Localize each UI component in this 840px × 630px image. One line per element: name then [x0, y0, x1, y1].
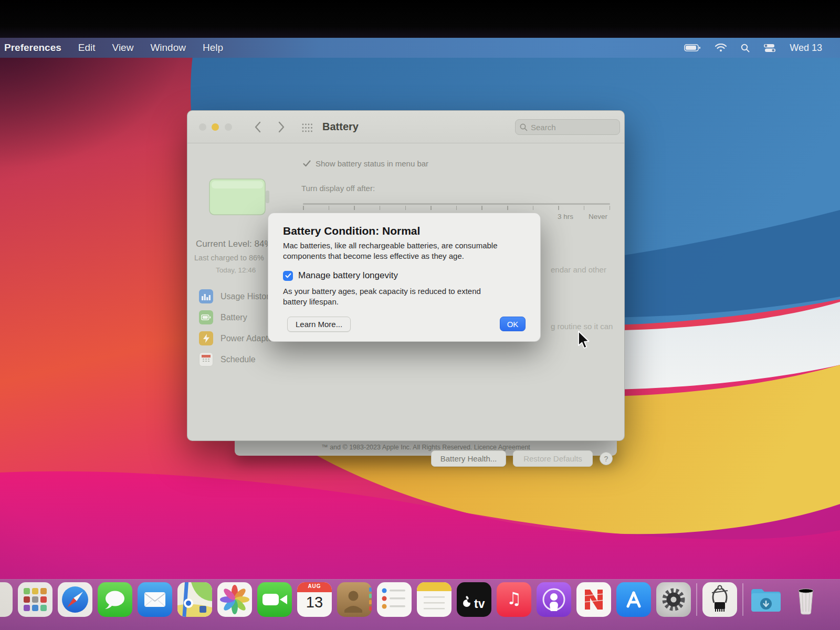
battery-sidebar-icon: [199, 310, 213, 324]
search-field[interactable]: [515, 119, 620, 135]
menu-item-view[interactable]: View: [112, 42, 134, 54]
hardware-utility-icon[interactable]: [702, 582, 737, 617]
apple-tv-icon[interactable]: tv: [457, 582, 491, 617]
zoom-button[interactable]: [225, 123, 232, 131]
close-button[interactable]: [199, 123, 206, 131]
menu-item-window[interactable]: Window: [150, 42, 186, 54]
contacts-icon[interactable]: [337, 582, 372, 617]
menu-bar: Preferences Edit View Window Help Wed 13: [0, 38, 840, 58]
calendar-day: 13: [297, 594, 332, 611]
mouse-cursor: [578, 331, 591, 352]
podcasts-icon[interactable]: [537, 582, 571, 617]
notes-icon[interactable]: [417, 582, 452, 617]
sidebar-item-label: Usage History: [220, 292, 273, 301]
last-charged-time: Today, 12:46: [216, 266, 256, 274]
last-charged-text: Last charged to 86%: [194, 254, 264, 262]
slider-label-3hrs: 3 hrs: [558, 213, 573, 220]
apple-tv-label: tv: [474, 597, 485, 611]
sidebar-item-label: Battery: [220, 313, 247, 322]
facetime-icon[interactable]: [257, 582, 292, 617]
battery-illustration: [208, 178, 270, 218]
ok-button[interactable]: OK: [500, 317, 526, 331]
trash-icon[interactable]: [789, 582, 823, 617]
dock-separator: [742, 583, 743, 616]
forward-icon[interactable]: [277, 121, 287, 133]
sidebar-item-power-adapter[interactable]: Power Adapter: [199, 331, 276, 345]
show-battery-status-label: Show battery status in menu bar: [316, 159, 428, 168]
calendar-month: AUG: [297, 583, 332, 589]
battery-health-button[interactable]: Battery Health...: [431, 450, 506, 467]
copyright-text: ™ and © 1983-2023 Apple Inc. All Rights …: [321, 444, 530, 451]
manage-longevity-checkbox[interactable]: [283, 271, 293, 281]
dock: AUG 13 tv ♫: [0, 579, 840, 630]
screen-bezel: [0, 0, 840, 38]
spotlight-search-icon[interactable]: [741, 44, 750, 52]
dialog-title: Battery Condition: Normal: [283, 225, 420, 237]
manage-longevity-label: Manage battery longevity: [298, 270, 398, 281]
checkmark-icon: [285, 273, 291, 278]
current-level-text: Current Level: 84%: [196, 239, 272, 249]
menu-bar-menus: Preferences Edit View Window Help: [0, 42, 223, 54]
search-icon: [520, 123, 528, 131]
music-icon[interactable]: ♫: [497, 582, 531, 617]
schedule-icon: [199, 352, 213, 366]
slider-track[interactable]: [303, 203, 610, 205]
maps-icon[interactable]: [177, 582, 212, 617]
usage-history-icon: [199, 289, 213, 303]
sidebar-item-battery[interactable]: Battery: [199, 310, 247, 324]
system-preferences-icon[interactable]: [656, 582, 691, 617]
sidebar-item-usage-history[interactable]: Usage History: [199, 289, 273, 303]
menu-item-preferences[interactable]: Preferences: [4, 42, 61, 54]
show-all-grid-icon[interactable]: [302, 123, 313, 134]
sidebar-item-schedule[interactable]: Schedule: [199, 352, 256, 366]
minimize-button[interactable]: [212, 123, 219, 131]
display-off-slider[interactable]: [303, 203, 610, 210]
sidebar-item-label: Schedule: [220, 355, 256, 364]
app-store-icon[interactable]: [616, 582, 651, 617]
dialog-body-text: Mac batteries, like all rechargeable bat…: [283, 240, 523, 262]
restore-defaults-button[interactable]: Restore Defaults: [513, 450, 593, 467]
menu-bar-clock[interactable]: Wed 13: [790, 43, 822, 54]
downloads-folder-icon[interactable]: [749, 582, 783, 617]
battery-status-icon[interactable]: [684, 44, 701, 52]
dialog-subtext: As your battery ages, peak capacity is r…: [283, 286, 505, 308]
wifi-icon[interactable]: [715, 44, 727, 52]
obscured-text-fragment: g routine so it can: [551, 322, 613, 331]
obscured-text-fragment: endar and other: [551, 265, 606, 274]
turn-display-off-label: Turn display off after:: [301, 184, 375, 193]
learn-more-button[interactable]: Learn More...: [287, 317, 351, 332]
dock-icon-finder-partial[interactable]: [0, 582, 13, 617]
music-note-glyph: ♫: [497, 589, 531, 608]
menu-item-edit[interactable]: Edit: [78, 42, 96, 54]
messages-icon[interactable]: [98, 582, 132, 617]
search-input[interactable]: [531, 123, 610, 132]
title-bar[interactable]: Battery: [187, 111, 624, 143]
slider-ticks: [303, 206, 610, 210]
checkmark-icon: [303, 160, 311, 167]
menu-item-help[interactable]: Help: [203, 42, 223, 54]
photos-icon[interactable]: [217, 582, 252, 617]
desktop: Preferences Edit View Window Help Wed 13…: [0, 0, 840, 630]
slider-label-never: Never: [589, 213, 607, 220]
mail-icon[interactable]: [138, 582, 172, 617]
launchpad-icon[interactable]: [18, 582, 52, 617]
reminders-icon[interactable]: [377, 582, 412, 617]
help-button[interactable]: ?: [600, 452, 613, 465]
back-icon[interactable]: [254, 121, 263, 133]
control-center-icon[interactable]: [764, 44, 775, 52]
calendar-icon[interactable]: AUG 13: [297, 582, 332, 617]
news-icon[interactable]: [576, 582, 611, 617]
window-title: Battery: [322, 121, 359, 133]
battery-condition-dialog: Battery Condition: Normal Mac batteries,…: [268, 213, 541, 342]
power-adapter-icon: [199, 331, 213, 345]
show-battery-status-checkbox[interactable]: Show battery status in menu bar: [303, 159, 428, 168]
dock-separator: [696, 583, 697, 616]
safari-icon[interactable]: [58, 582, 92, 617]
